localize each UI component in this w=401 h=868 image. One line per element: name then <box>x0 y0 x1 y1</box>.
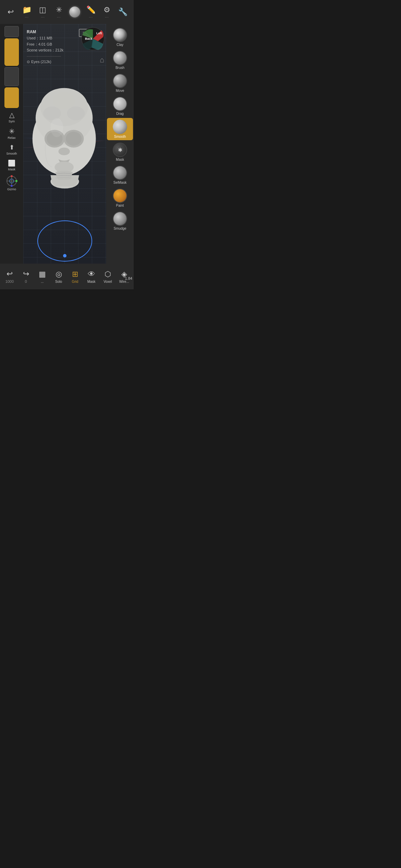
move-tool-btn[interactable]: Move <box>107 72 133 94</box>
brush-label: Brush <box>116 66 124 70</box>
undo-bottom-btn[interactable]: ↩ 1000 <box>2 269 17 284</box>
svg-point-20 <box>66 132 82 146</box>
voxel-btn[interactable]: ⬡ Voxel <box>100 270 115 284</box>
brush-icon <box>113 51 127 65</box>
color-swatch-gold-2[interactable] <box>4 87 19 108</box>
smooth-left-icon: ⬆ <box>9 144 14 151</box>
top-toolbar: ↩ 📁 ... ◫ ... ✳ ... ✏️ ... ⚙ ... 🔧 <box>0 0 134 24</box>
svg-point-16 <box>53 92 75 109</box>
paint-icon <box>113 189 127 203</box>
pen-btn[interactable]: ✏️ ... <box>84 6 98 18</box>
layers-btn[interactable]: ◫ ... <box>36 6 50 18</box>
head-sculpture <box>27 38 103 236</box>
files-btn[interactable]: 📁 ... <box>20 6 34 18</box>
left-sidebar: △ Sym ✳ Relax ⬆ Smooth ⬜ Mask Gizmo <box>0 24 23 264</box>
menu-bottom-btn[interactable]: ▦ ... <box>35 270 50 284</box>
wrench-icon: 🔧 <box>118 8 127 16</box>
svg-point-6 <box>11 185 13 187</box>
canvas-area[interactable]: RAM Used：111 MB Free：4.01 GB Scene verti… <box>23 24 106 264</box>
ram-title: RAM <box>27 29 63 35</box>
clay-icon <box>113 28 127 42</box>
brush-tool-btn[interactable]: Brush <box>107 49 133 71</box>
svg-point-23 <box>50 118 63 137</box>
selmask-tool-btn[interactable]: SelMask <box>107 164 133 186</box>
mask-label: Mask <box>116 158 124 161</box>
smudge-label: Smudge <box>113 227 126 230</box>
move-icon <box>113 74 127 88</box>
drag-icon <box>113 97 127 111</box>
solo-label: Solo <box>55 280 62 284</box>
mask-icon: ✱ <box>113 143 127 157</box>
folder-icon: 📁 <box>22 6 32 14</box>
undo-btn[interactable]: ↩ <box>4 8 17 16</box>
undo-bottom-icon: ↩ <box>7 269 13 278</box>
clay-label: Clay <box>117 43 123 47</box>
layers-icon: ◫ <box>39 6 46 14</box>
svg-point-15 <box>67 106 85 120</box>
color-swatch-dark-2[interactable] <box>4 67 19 86</box>
mask-left-btn[interactable]: ⬜ Mask <box>1 158 22 172</box>
smooth-label: Smooth <box>114 135 126 138</box>
right-sidebar: Clay Brush Move Drag Smooth ✱ Mask <box>106 24 134 264</box>
gizmo-icon <box>6 175 17 187</box>
sym-btn[interactable]: △ Sym <box>1 109 22 124</box>
grid-icon: ⊞ <box>72 270 78 279</box>
active-sphere-btn[interactable] <box>68 7 82 17</box>
gizmo-btn[interactable]: Gizmo <box>1 174 22 192</box>
drag-tool-btn[interactable]: Drag <box>107 95 133 117</box>
smooth-tool-btn[interactable]: Smooth <box>107 118 133 140</box>
svg-point-21 <box>59 147 70 155</box>
pen-dots: ... <box>89 14 93 18</box>
zoom-value: 1.84 <box>125 276 132 280</box>
color-swatch-dark-1[interactable] <box>4 26 19 37</box>
redo-bottom-btn[interactable]: ↪ 0 <box>19 269 34 284</box>
sun-icon: ✳ <box>56 6 62 14</box>
mask-bottom-label: Mask <box>87 280 96 284</box>
solo-btn[interactable]: ◎ Solo <box>51 270 66 284</box>
move-label: Move <box>116 89 124 93</box>
gizmo-label: Gizmo <box>7 188 16 191</box>
redo-bottom-icon: ↪ <box>23 269 29 278</box>
selmask-icon <box>113 166 127 180</box>
smudge-tool-btn[interactable]: Smudge <box>107 210 133 232</box>
relax-btn[interactable]: ✳ Relax <box>1 126 22 141</box>
sphere-icon <box>69 7 80 17</box>
relax-icon: ✳ <box>9 127 15 135</box>
sym-icon: △ <box>9 111 14 119</box>
joystick-ring <box>37 220 92 262</box>
eye-icon: 👁 <box>88 270 95 279</box>
files-dots: ... <box>25 14 28 18</box>
color-swatch-gold-1[interactable] <box>4 38 19 66</box>
clay-tool-btn[interactable]: Clay <box>107 26 133 48</box>
redo-count: 0 <box>25 279 27 284</box>
paint-label: Paint <box>116 204 124 207</box>
drag-label: Drag <box>116 112 124 116</box>
grid-label: Grid <box>72 280 78 284</box>
menu-label: ... <box>41 280 44 284</box>
smooth-left-label: Smooth <box>6 152 17 155</box>
svg-point-5 <box>15 180 17 182</box>
layers-dots: ... <box>41 14 45 18</box>
tools-btn[interactable]: 🔧 <box>116 8 130 16</box>
mask-bottom-btn[interactable]: 👁 Mask <box>84 270 99 284</box>
smudge-icon <box>113 212 127 226</box>
mask-tool-btn[interactable]: ✱ Mask <box>107 141 133 163</box>
bottom-toolbar: ↩ 1000 ↪ 0 ▦ ... ◎ Solo ⊞ Grid 👁 Mask ⬡ … <box>0 264 134 289</box>
svg-text:Left: Left <box>96 32 102 35</box>
menu-icon: ▦ <box>39 270 46 279</box>
head-svg <box>27 79 103 195</box>
voxel-label: Voxel <box>104 280 112 284</box>
pen-icon: ✏️ <box>86 6 96 14</box>
settings-dots: ... <box>105 14 109 18</box>
grid-btn[interactable]: ⊞ Grid <box>68 270 83 284</box>
smooth-left-btn[interactable]: ⬆ Smooth <box>1 142 22 157</box>
mask-left-label: Mask <box>8 168 15 171</box>
joystick-area[interactable] <box>36 219 94 264</box>
mask-left-icon: ⬜ <box>8 159 15 167</box>
env-dots: ... <box>57 14 61 18</box>
paint-tool-btn[interactable]: Paint <box>107 187 133 209</box>
solo-icon: ◎ <box>56 270 62 279</box>
environment-btn[interactable]: ✳ ... <box>52 6 66 18</box>
joystick-dot <box>63 254 66 257</box>
settings-btn[interactable]: ⚙ ... <box>100 6 114 18</box>
